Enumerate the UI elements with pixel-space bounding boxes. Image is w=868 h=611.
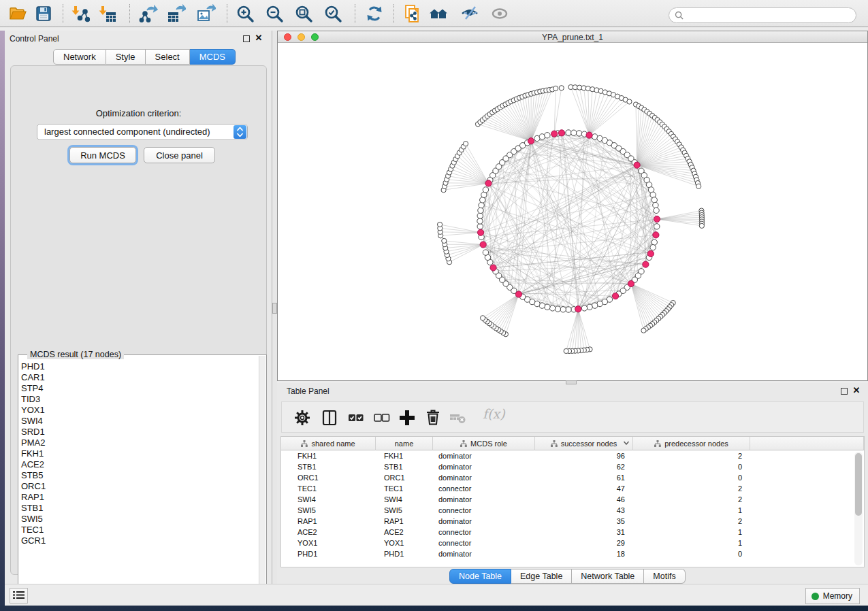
- mcds-result-item[interactable]: TID3: [21, 394, 253, 405]
- mcds-result-list[interactable]: PHD1CAR1STP4TID3YOX1SWI4SRD1PMA2FKH1ACE2…: [21, 361, 253, 546]
- mcds-result-item[interactable]: GCR1: [21, 535, 253, 546]
- optimization-criterion-select[interactable]: largest connected component (undirected): [37, 124, 248, 140]
- table-row[interactable]: SWI5SWI5connector431: [281, 505, 856, 516]
- network-node[interactable]: [481, 316, 485, 320]
- network-node[interactable]: [699, 223, 704, 228]
- delete-table-icon[interactable]: [448, 408, 467, 427]
- network-node[interactable]: [545, 133, 550, 138]
- mcds-hub-node[interactable]: [558, 130, 564, 136]
- tab-network[interactable]: Network: [53, 49, 106, 65]
- tab-select[interactable]: Select: [146, 49, 190, 65]
- network-node[interactable]: [576, 131, 581, 136]
- mcds-result-item[interactable]: ACE2: [21, 459, 253, 470]
- open-folder-icon[interactable]: [8, 4, 27, 23]
- column-header-shared-name[interactable]: shared name: [281, 437, 376, 450]
- close-panel-icon[interactable]: ✕: [254, 33, 263, 44]
- mcds-result-item[interactable]: STB1: [21, 503, 253, 514]
- export-network-icon[interactable]: [139, 4, 158, 23]
- network-node[interactable]: [566, 130, 571, 135]
- table-scrollbar[interactable]: [854, 452, 863, 565]
- network-node[interactable]: [483, 187, 488, 193]
- float-panel-icon[interactable]: [243, 35, 250, 42]
- mcds-hub-node[interactable]: [528, 138, 534, 144]
- horizontal-splitter-grip[interactable]: [566, 380, 577, 384]
- network-node[interactable]: [581, 306, 587, 311]
- network-node[interactable]: [571, 130, 577, 135]
- zoom-fit-icon[interactable]: [294, 4, 313, 23]
- delete-rows-icon[interactable]: [423, 408, 443, 427]
- clone-network-icon[interactable]: [403, 4, 422, 23]
- column-header-name[interactable]: name: [376, 437, 433, 450]
- mcds-hub-node[interactable]: [490, 265, 496, 271]
- network-node[interactable]: [549, 306, 555, 311]
- mcds-result-item[interactable]: SRD1: [21, 427, 253, 437]
- mcds-result-item[interactable]: PMA2: [21, 437, 253, 448]
- mcds-result-item[interactable]: STP4: [21, 383, 253, 394]
- network-node[interactable]: [483, 250, 488, 255]
- tab-node-table[interactable]: Node Table: [449, 569, 511, 584]
- network-node[interactable]: [437, 222, 442, 227]
- network-node[interactable]: [477, 218, 483, 224]
- search-field[interactable]: [669, 7, 856, 23]
- mcds-hub-node[interactable]: [612, 293, 618, 299]
- network-node[interactable]: [477, 224, 483, 229]
- mcds-hub-node[interactable]: [515, 291, 521, 297]
- mcds-result-item[interactable]: CAR1: [21, 372, 253, 383]
- network-node[interactable]: [442, 238, 447, 243]
- search-input[interactable]: [687, 11, 856, 20]
- hide-graphics-icon[interactable]: [460, 4, 479, 23]
- table-row[interactable]: TEC1TEC1connector472: [281, 483, 856, 494]
- table-row[interactable]: ORC1ORC1dominator610: [281, 472, 856, 483]
- network-node[interactable]: [478, 208, 483, 213]
- network-node[interactable]: [627, 99, 632, 104]
- mcds-result-item[interactable]: STB5: [21, 470, 253, 481]
- mcds-result-item[interactable]: PHD1: [21, 361, 253, 372]
- import-network-icon[interactable]: [71, 4, 90, 23]
- run-mcds-button[interactable]: Run MCDS: [69, 147, 136, 163]
- tab-mcds[interactable]: MCDS: [190, 49, 236, 65]
- zoom-selected-icon[interactable]: [323, 4, 342, 23]
- network-node[interactable]: [654, 208, 659, 213]
- close-panel-icon[interactable]: ✕: [852, 385, 861, 396]
- mcds-hub-node[interactable]: [477, 229, 483, 235]
- mcds-result-item[interactable]: RAP1: [21, 492, 253, 503]
- close-panel-button[interactable]: Close panel: [144, 147, 215, 163]
- mcds-result-item[interactable]: SWI5: [21, 514, 253, 525]
- table-row[interactable]: PHD1PHD1dominator180: [281, 548, 856, 559]
- mcds-hub-node[interactable]: [634, 162, 640, 168]
- table-options-gear-icon[interactable]: [293, 408, 312, 427]
- task-history-icon[interactable]: [10, 588, 28, 604]
- table-row[interactable]: STB1STB1dominator620: [281, 461, 856, 472]
- table-row[interactable]: SWI4SWI4dominator462: [281, 494, 856, 505]
- table-row[interactable]: FKH1FKH1dominator962: [281, 450, 856, 461]
- network-node[interactable]: [566, 307, 571, 312]
- panel-splitter[interactable]: [272, 31, 277, 606]
- show-graphics-icon[interactable]: [490, 4, 509, 23]
- float-panel-icon[interactable]: [841, 388, 848, 395]
- select-all-rows-icon[interactable]: [346, 408, 365, 427]
- network-node[interactable]: [652, 197, 657, 203]
- mcds-hub-node[interactable]: [575, 306, 581, 312]
- tab-motifs[interactable]: Motifs: [644, 569, 685, 584]
- deselect-all-rows-icon[interactable]: [372, 408, 391, 427]
- column-header-successor-nodes[interactable]: successor nodes: [535, 437, 633, 450]
- table-row[interactable]: YOX1YOX1connector291: [281, 538, 856, 548]
- mcds-result-item[interactable]: TEC1: [21, 525, 253, 535]
- mcds-hub-node[interactable]: [647, 250, 654, 257]
- network-canvas[interactable]: [278, 43, 867, 380]
- mcds-result-item[interactable]: SWI4: [21, 416, 253, 427]
- export-table-icon[interactable]: [167, 4, 186, 23]
- table-scrollbar-thumb[interactable]: [855, 453, 862, 516]
- mcds-hub-node[interactable]: [485, 180, 492, 186]
- mcds-hub-node[interactable]: [643, 261, 649, 267]
- network-node[interactable]: [463, 142, 468, 146]
- network-node[interactable]: [587, 304, 592, 310]
- save-icon[interactable]: [34, 4, 53, 23]
- network-node[interactable]: [553, 86, 558, 90]
- network-node[interactable]: [560, 307, 566, 312]
- network-node[interactable]: [696, 184, 701, 188]
- table-row[interactable]: RAP1RAP1dominator352: [281, 516, 856, 527]
- memory-button[interactable]: Memory: [805, 588, 860, 604]
- mcds-result-item[interactable]: ORC1: [21, 481, 253, 492]
- import-table-icon[interactable]: [98, 4, 117, 23]
